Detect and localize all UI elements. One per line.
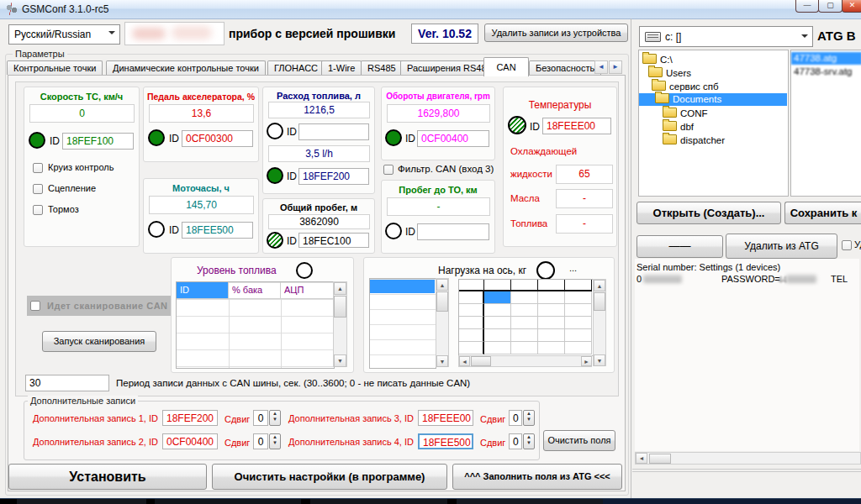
odometer-id-input[interactable]: 18FEC100 [298, 233, 369, 248]
fuel-level-vscrollbar[interactable]: ▲ ▼ [333, 281, 347, 367]
extra-record-4-spinner[interactable]: ▲▼ [523, 433, 535, 449]
extra-record-2-shift-value[interactable]: 0 [253, 433, 268, 449]
scroll-up-icon[interactable]: ▲ [436, 279, 448, 291]
fuel-level-col-adc[interactable]: АЦП [281, 282, 333, 299]
maximize-button[interactable]: ▢ [818, 0, 843, 13]
memo-hscrollbar[interactable]: ◄ [635, 452, 861, 465]
fuel-level-col-tank[interactable]: % бака [229, 282, 281, 299]
minimize-button[interactable]: — [795, 0, 819, 13]
scroll-up-icon[interactable]: ▲ [334, 282, 346, 295]
dash-button[interactable]: —— [637, 235, 723, 258]
extra-records-group: Дополнительные записи Дополнительная зап… [24, 401, 540, 460]
axle-grid[interactable] [458, 279, 594, 356]
tree-item-documents[interactable]: Documents [639, 93, 787, 106]
delete-from-atg-button[interactable]: Удалить из ATG [726, 234, 837, 259]
file-list[interactable]: 47738.atg 47738-srv.atg [790, 50, 861, 197]
clear-settings-button[interactable]: Очистить настройки (в программе) [212, 464, 447, 490]
tab-rs485[interactable]: RS485 [361, 60, 403, 75]
tree-item-dbf[interactable]: dbf [663, 121, 694, 134]
scroll-up-icon[interactable]: ▲ [594, 280, 605, 291]
spin-up-icon[interactable]: ▲ [524, 434, 534, 440]
extra-record-1-spinner[interactable]: ▲▼ [269, 410, 281, 426]
fill-from-atg-button[interactable]: ^^^ Заполнить поля из ATG <<< [452, 464, 622, 490]
open-create-button[interactable]: Открыть (Создать)... [637, 202, 781, 224]
tab-dynamic-control-points[interactable]: Динамические контрольные точки [106, 60, 266, 75]
group-speed-title: Скорость ТС, км/ч [24, 92, 139, 102]
axle-grid-selected-cell[interactable] [484, 291, 511, 304]
start-scan-button[interactable]: Запуск сканирования [42, 331, 156, 352]
axle-list[interactable] [369, 278, 436, 369]
tab-can[interactable]: CAN [483, 57, 529, 76]
tree-item-dispatcher[interactable]: dispatcher [663, 134, 725, 147]
extra-record-3-id-input[interactable]: 18FEEE00 [418, 410, 473, 426]
fuel-id1-input[interactable] [298, 123, 369, 140]
title-bar[interactable]: GSMConf 3.1.0-rc5 — ▢ ✕ [0, 0, 861, 19]
scroll-left-icon[interactable]: ◄ [636, 453, 647, 464]
scroll-down-icon[interactable]: ▼ [436, 355, 448, 367]
fuel-level-table[interactable]: ID % бака АЦП [176, 281, 335, 369]
spin-down-icon[interactable]: ▼ [524, 440, 534, 446]
close-button[interactable]: ✕ [842, 0, 861, 13]
clear-fields-button[interactable]: Очистить поля [543, 430, 615, 451]
scroll-thumb[interactable] [436, 291, 448, 312]
cruise-control-checkbox[interactable] [33, 163, 43, 173]
extra-record-2-id-input[interactable]: 0CF00400 [162, 433, 218, 449]
scroll-left-icon[interactable]: ◄ [459, 356, 470, 366]
tab-scroll-right-button[interactable]: ► [609, 60, 622, 74]
spin-up-icon[interactable]: ▲ [270, 434, 280, 440]
tree-item-users[interactable]: Users [648, 67, 691, 80]
speed-id-input[interactable]: 18FEF100 [62, 133, 134, 150]
tab-glonass[interactable]: ГЛОНАСС [267, 60, 325, 75]
brake-checkbox[interactable] [33, 205, 43, 215]
axle-list-vscrollbar[interactable]: ▲ ▼ [436, 278, 449, 367]
tree-item-c-drive[interactable]: C:\ [642, 54, 673, 66]
drive-select[interactable]: c: [] [639, 26, 813, 47]
spin-up-icon[interactable]: ▲ [270, 411, 280, 417]
folder-tree[interactable]: C:\ Users сервис спб Documents CONF dbf … [638, 50, 789, 197]
fuel-level-col-id[interactable]: ID [177, 282, 229, 299]
tab-scroll-left-button[interactable]: ◄ [594, 60, 608, 74]
extra-record-4-shift-value[interactable]: 0 [509, 433, 522, 449]
axle-grid-hscrollbar[interactable]: ◄ ► [458, 355, 592, 367]
extra-record-1-id-input[interactable]: 18FEF200 [162, 410, 218, 426]
scroll-thumb[interactable] [594, 292, 605, 311]
extra-record-3-shift-value[interactable]: 0 [509, 410, 522, 426]
axle-grid-vscrollbar[interactable]: ▲ ▼ [593, 279, 606, 366]
scroll-right-icon[interactable]: ► [581, 356, 592, 366]
extra-record-2-spinner[interactable]: ▲▼ [269, 433, 281, 449]
temperatures-id-input[interactable]: 18FEEE00 [542, 118, 611, 134]
motohours-id-input[interactable]: 18FEE500 [182, 222, 253, 239]
pedal-id-input[interactable]: 0CF00300 [182, 130, 253, 147]
tab-control-points[interactable]: Контрольные точки [7, 60, 103, 75]
spin-down-icon[interactable]: ▼ [270, 440, 280, 446]
tree-item-conf[interactable]: CONF [663, 108, 708, 120]
spin-down-icon[interactable]: ▼ [270, 417, 280, 423]
language-select[interactable]: Русский/Russian [8, 24, 120, 45]
tab-1wire[interactable]: 1-Wire [321, 60, 362, 75]
delete-records-button[interactable]: Удалить записи из устройства [484, 24, 628, 42]
spin-up-icon[interactable]: ▲ [524, 411, 534, 417]
axle-list-selected-row[interactable] [370, 280, 435, 293]
scroll-thumb[interactable] [649, 454, 671, 464]
save-button[interactable]: Сохранить к [784, 202, 861, 224]
scroll-thumb[interactable] [471, 356, 491, 366]
file-item[interactable]: 47738.atg [791, 52, 861, 65]
rpm-id-input[interactable]: 0CF00400 [417, 130, 489, 147]
settings-memo: Serial number: Settings (1 devices) 0 PA… [635, 259, 859, 451]
clutch-checkbox[interactable] [33, 184, 43, 194]
record-period-input[interactable]: 30 [25, 375, 109, 391]
delete-checkbox[interactable] [842, 240, 852, 250]
service-id-input[interactable] [417, 223, 489, 240]
file-item[interactable]: 47738-srv.atg [791, 66, 861, 78]
scroll-down-icon[interactable]: ▼ [594, 354, 605, 366]
filter-can-checkbox[interactable] [383, 165, 394, 175]
extra-record-3-spinner[interactable]: ▲▼ [523, 410, 535, 426]
spin-down-icon[interactable]: ▼ [524, 417, 534, 423]
scroll-down-icon[interactable]: ▼ [334, 354, 346, 367]
extra-record-4-id-input[interactable]: 18FEE500 [418, 433, 473, 449]
install-button[interactable]: Установить [8, 464, 207, 490]
extra-record-1-shift-value[interactable]: 0 [253, 410, 268, 426]
scroll-thumb[interactable] [334, 296, 346, 318]
fuel-id2-input[interactable]: 18FEF200 [298, 168, 369, 185]
tab-security[interactable]: Безопасность [529, 60, 601, 75]
